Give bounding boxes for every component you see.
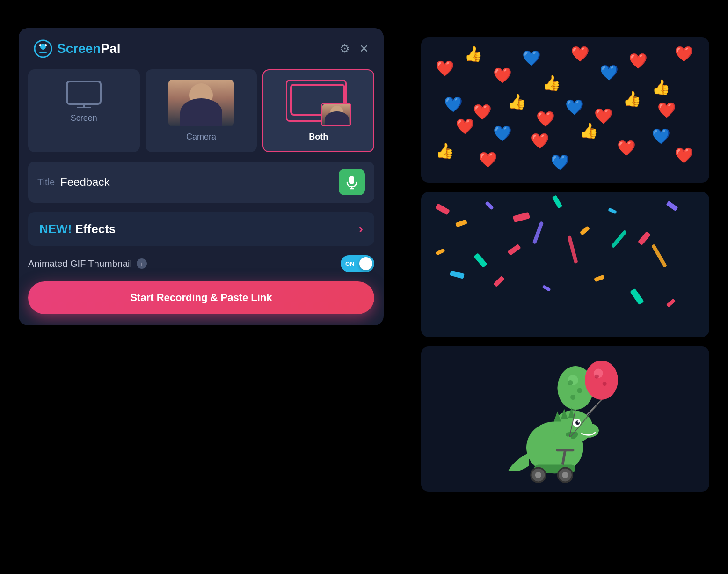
gif-thumbnail-label: Animated GIF Thumbnail (28, 258, 132, 269)
reactions-preview-card: ❤️ 👍 ❤️ 💙 👍 ❤️ 💙 ❤️ 👍 ❤️ 💙 ❤️ 👍 ❤️ 💙 ❤️ … (421, 37, 709, 183)
app-panel: ScreenPal ⚙ ✕ Scr (19, 28, 402, 325)
dino-preview-card (421, 346, 709, 492)
settings-icon[interactable]: ⚙ (340, 42, 350, 55)
camera-mode-label: Camera (186, 132, 216, 142)
mode-selector: Screen Camera (19, 69, 384, 162)
svg-point-2 (39, 44, 41, 46)
main-container: ScreenPal ⚙ ✕ Scr (0, 0, 728, 574)
mode-card-screen[interactable]: Screen (28, 69, 140, 152)
app-header: ScreenPal ⚙ ✕ (19, 28, 384, 69)
svg-point-15 (568, 380, 573, 385)
toggle-track: ON (341, 255, 374, 272)
svg-point-17 (570, 395, 575, 400)
svg-point-18 (585, 361, 618, 400)
effects-chevron-icon: › (359, 221, 363, 236)
svg-point-34 (562, 472, 568, 478)
preview-panel: ❤️ 👍 ❤️ 💙 👍 ❤️ 💙 ❤️ 👍 ❤️ 💙 ❤️ 👍 ❤️ 💙 ❤️ … (421, 28, 709, 492)
svg-point-22 (603, 382, 607, 386)
svg-point-1 (40, 44, 46, 50)
effects-banner[interactable]: NEW! Effects › (28, 212, 374, 246)
title-label: Title (37, 177, 55, 188)
dino-illustration (421, 346, 709, 492)
title-row: Title (28, 162, 374, 203)
both-mode-thumb (286, 80, 351, 126)
toggle-label: ON (345, 260, 355, 267)
svg-point-16 (577, 388, 582, 393)
title-section: Title (19, 162, 384, 203)
screenpal-logo-icon (34, 39, 52, 58)
camera-preview-image (168, 80, 234, 126)
mode-card-camera[interactable]: Camera (146, 69, 257, 152)
logo-text: ScreenPal (57, 41, 120, 56)
gif-setting: Animated GIF Thumbnail i ON (19, 246, 384, 272)
close-icon[interactable]: ✕ (359, 42, 369, 55)
svg-point-28 (578, 420, 580, 422)
svg-point-3 (45, 44, 47, 46)
title-input[interactable] (60, 176, 333, 189)
screen-mode-icon (65, 80, 102, 108)
confetti-area (421, 192, 709, 337)
effects-text: NEW! Effects (39, 222, 116, 236)
both-camera-mini (321, 103, 351, 126)
svg-rect-9 (349, 176, 354, 184)
mode-card-both[interactable]: Both (262, 69, 374, 152)
confetti-preview-card (421, 192, 709, 337)
svg-point-21 (595, 375, 599, 379)
toggle-thumb (359, 257, 372, 270)
info-icon[interactable]: i (137, 258, 147, 269)
both-mode-label: Both (309, 132, 328, 142)
screen-mode-label: Screen (71, 113, 97, 123)
svg-rect-4 (67, 81, 101, 104)
emoji-grid: ❤️ 👍 ❤️ 💙 👍 ❤️ 💙 ❤️ 👍 ❤️ 💙 ❤️ 👍 ❤️ 💙 ❤️ … (421, 37, 709, 183)
svg-point-36 (535, 472, 541, 478)
gif-toggle[interactable]: ON (341, 255, 374, 272)
logo-area: ScreenPal (34, 39, 120, 58)
header-controls: ⚙ ✕ (340, 42, 369, 55)
record-button[interactable]: Start Recording & Paste Link (28, 281, 374, 314)
gif-label-row: Animated GIF Thumbnail i (28, 258, 147, 269)
mic-button[interactable] (339, 169, 365, 195)
mic-icon (345, 175, 358, 190)
app-window: ScreenPal ⚙ ✕ Scr (19, 28, 384, 325)
